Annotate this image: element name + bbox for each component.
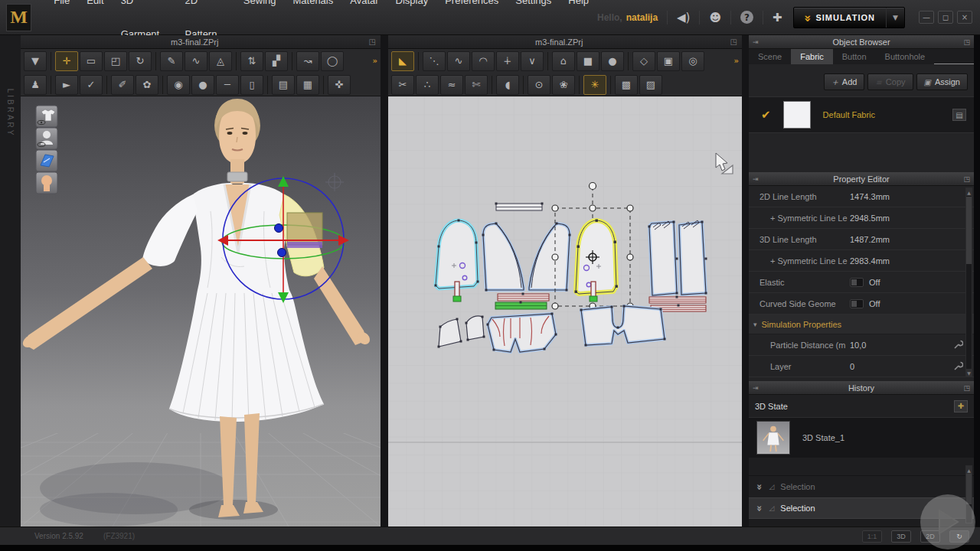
- library-tab[interactable]: LIBRARY: [6, 75, 15, 152]
- add-garment-icon[interactable]: ✚: [773, 11, 782, 24]
- internal-rectangle-tool-icon[interactable]: ▣: [657, 51, 680, 71]
- fabric-swatch[interactable]: [783, 101, 811, 129]
- detach-sewing-tool-icon[interactable]: ✄: [465, 75, 488, 95]
- gizmo-center-dot-1[interactable]: [275, 224, 283, 233]
- wrench-icon[interactable]: [953, 361, 963, 371]
- toolbar-overflow-icon[interactable]: »: [373, 57, 377, 65]
- property-editor-header[interactable]: ⇥ Property Editor ◳: [749, 172, 974, 186]
- sew-3d-tool-icon[interactable]: ∿: [185, 51, 207, 71]
- tab-button[interactable]: Button: [833, 49, 876, 64]
- wrench-icon[interactable]: [953, 340, 963, 350]
- pin-icon[interactable]: ⇥: [753, 384, 759, 392]
- minimize-button[interactable]: —: [919, 11, 934, 24]
- avatar-skin-button[interactable]: [36, 172, 57, 194]
- restore-button[interactable]: ◻: [938, 11, 953, 24]
- tab-2d-project[interactable]: m3-final.ZPrj: [388, 37, 730, 47]
- state-thumbnail[interactable]: [756, 421, 790, 455]
- simulate-drop-tool-icon[interactable]: ▼: [24, 51, 47, 71]
- zoom-actual-button[interactable]: 1:1: [862, 530, 882, 543]
- sew-line-tool-icon[interactable]: ─: [216, 75, 239, 95]
- elastic-toggle[interactable]: [850, 278, 864, 287]
- fabric-pair-tool-icon[interactable]: ▤: [272, 75, 295, 95]
- transform-pattern-3d-tool-icon[interactable]: ◰: [104, 51, 127, 71]
- pattern-waistband-elastic[interactable]: [495, 302, 547, 310]
- chevron-down-icon[interactable]: »: [754, 505, 766, 511]
- rectangle-tool-icon[interactable]: ■: [577, 51, 599, 71]
- viewport-divider[interactable]: [381, 35, 388, 527]
- show-garment-button[interactable]: [36, 106, 57, 127]
- arrangement-pair-tool-icon[interactable]: ▞: [265, 51, 288, 71]
- scrollbar-thumb[interactable]: [966, 474, 972, 504]
- history-group-row[interactable]: 3D State ✚: [749, 395, 974, 418]
- fabric-tool-icon[interactable]: ▦: [296, 75, 319, 95]
- popout-icon[interactable]: ◳: [730, 37, 737, 46]
- tab-buttonhole[interactable]: Buttonhole: [876, 49, 935, 64]
- sound-icon[interactable]: ◀): [677, 11, 690, 24]
- rotate-pattern-3d-tool-icon[interactable]: ↻: [129, 51, 152, 71]
- simulation-button[interactable]: » SIMULATION: [794, 8, 886, 28]
- close-button[interactable]: ×: [957, 11, 972, 24]
- edit-pattern-tool-icon[interactable]: ⋱: [423, 51, 446, 71]
- assign-fabric-button[interactable]: ▣ Assign: [916, 73, 968, 90]
- tack-pin-tool-icon[interactable]: ✐: [111, 75, 134, 95]
- object-browser-header[interactable]: ⇥ Object Browser ◳: [749, 35, 974, 49]
- show-avatar-button[interactable]: [36, 128, 57, 149]
- save-fabric-icon[interactable]: ▤: [952, 109, 966, 121]
- pattern-sleeve-selected[interactable]: [575, 220, 618, 302]
- scroll-up-icon[interactable]: ▲: [966, 466, 972, 474]
- circle-tool-icon[interactable]: ●: [601, 51, 624, 71]
- pattern-waistband-shirred[interactable]: [498, 293, 549, 302]
- add-point-tool-icon[interactable]: ∔: [496, 51, 519, 71]
- shirring-base[interactable]: [590, 296, 597, 302]
- polygon-tool-icon[interactable]: ⌂: [552, 51, 575, 71]
- popout-icon[interactable]: ◳: [963, 175, 970, 183]
- popout-icon[interactable]: ◳: [963, 384, 970, 392]
- fabric-list-item[interactable]: ✔ Default Fabric ▤: [749, 96, 974, 133]
- curved-side-toggle[interactable]: [850, 299, 864, 308]
- pleat-fold-tool-icon[interactable]: ❀: [552, 75, 575, 95]
- shirring-bar[interactable]: [591, 282, 596, 298]
- pin-icon[interactable]: ⇥: [753, 175, 759, 183]
- popout-icon[interactable]: ◳: [963, 38, 970, 46]
- simulation-dropdown-button[interactable]: ▼: [886, 8, 904, 28]
- mn-sewing-tool-icon[interactable]: ≈: [440, 75, 463, 95]
- view-3d-button[interactable]: 3D: [891, 530, 911, 543]
- stitch-fold-tool-icon[interactable]: ✓: [80, 75, 103, 95]
- account-icon[interactable]: ☻: [709, 11, 721, 24]
- edit-curve-point-tool-icon[interactable]: ◠: [472, 51, 495, 71]
- edit-notch-tool-icon[interactable]: ∨: [521, 51, 544, 71]
- pin-tool-icon[interactable]: ✎: [160, 51, 183, 71]
- viewport-2d[interactable]: [388, 96, 742, 527]
- add-fabric-button[interactable]: + Add: [824, 73, 864, 90]
- rotate-handle[interactable]: [590, 183, 596, 190]
- button-tool-icon[interactable]: ●: [191, 75, 214, 95]
- buttonhole-tool-icon[interactable]: ▯: [240, 75, 263, 95]
- garment-pick-tool-icon[interactable]: ►: [55, 75, 78, 95]
- internal-circle-tool-icon[interactable]: ◎: [681, 51, 704, 71]
- library-garment-button[interactable]: [36, 150, 57, 171]
- pattern-outline-copy-tool-icon[interactable]: ▨: [639, 75, 662, 95]
- transform-pattern-tool-icon[interactable]: ◣: [391, 51, 414, 71]
- chevron-down-icon[interactable]: »: [754, 484, 766, 490]
- property-editor-scrollbar[interactable]: ▲ ▼: [965, 187, 972, 377]
- tape-curve-tool-icon[interactable]: ↝: [296, 51, 319, 71]
- pattern-outline-tool-icon[interactable]: ▩: [615, 75, 638, 95]
- pin-cross-tool-icon[interactable]: ✜: [328, 75, 351, 95]
- pattern-collar-band[interactable]: [495, 203, 544, 211]
- history-header[interactable]: ⇥ History ◳: [749, 381, 974, 395]
- edit-sewing-tool-icon[interactable]: ✂: [391, 75, 414, 95]
- show-sewing-toggle-icon[interactable]: ✳: [583, 75, 606, 95]
- tape-loop-tool-icon[interactable]: ◯: [321, 51, 344, 71]
- dart-3d-tool-icon[interactable]: ◬: [209, 51, 232, 71]
- tack-2d-tool-icon[interactable]: ⊙: [528, 75, 550, 95]
- fold-arrangement-tool-icon[interactable]: ⇅: [240, 51, 263, 71]
- panel-divider[interactable]: [742, 35, 749, 527]
- history-selection-row-1[interactable]: » ◿ Selection: [749, 476, 974, 497]
- pattern-back-panels-darted[interactable]: [487, 313, 557, 353]
- tab-3d-project[interactable]: m3-final.ZPrj: [21, 37, 369, 47]
- avatar-walk-tool-icon[interactable]: ♟: [24, 75, 47, 95]
- tab-scene[interactable]: Scene: [749, 49, 791, 64]
- pleat-3d-tool-icon[interactable]: ✿: [136, 75, 158, 95]
- help-icon[interactable]: ?: [740, 11, 753, 24]
- pattern-skirt-panel-left[interactable]: [649, 221, 677, 295]
